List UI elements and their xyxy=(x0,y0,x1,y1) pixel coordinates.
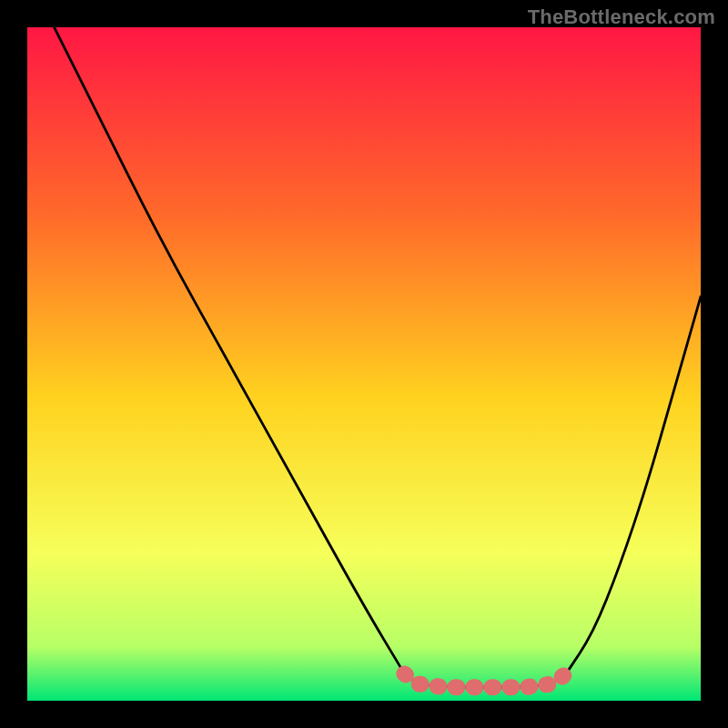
highlight-marker xyxy=(404,673,566,687)
bottleneck-curve xyxy=(55,27,701,687)
chart-frame: TheBottleneck.com xyxy=(0,0,728,728)
plot-area xyxy=(27,27,701,701)
curve-layer xyxy=(27,27,701,701)
watermark-text: TheBottleneck.com xyxy=(528,5,715,29)
